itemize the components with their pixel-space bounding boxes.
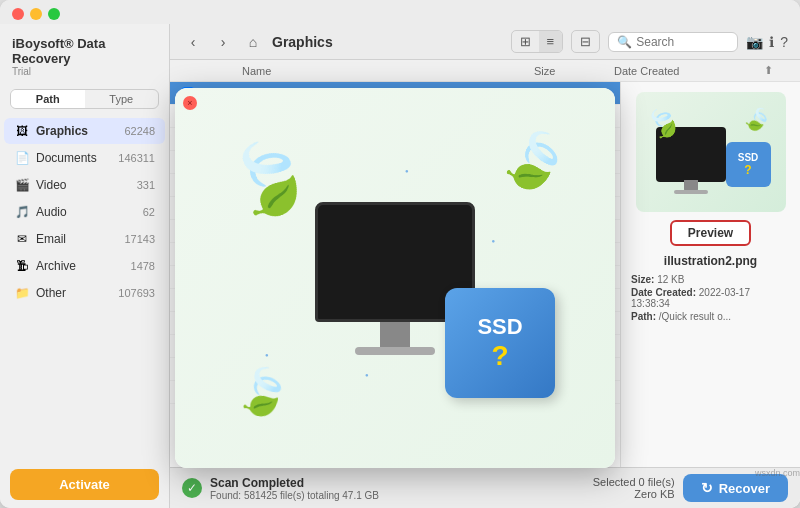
search-input[interactable] [636,35,736,49]
email-icon: ✉ [14,231,30,247]
audio-icon: 🎵 [14,204,30,220]
ssd-question-icon: ? [744,163,751,177]
sidebar-item-documents[interactable]: 📄 Documents 146311 [4,145,165,171]
file-path-row: Path: /Quick result o... [631,311,790,322]
sidebar-item-label: Other [36,286,118,300]
date-label: Date Created: [631,287,696,298]
sidebar-item-other[interactable]: 📁 Other 107693 [4,280,165,306]
help-button[interactable]: ? [780,34,788,50]
dot-4: ● [265,352,269,358]
info-button[interactable]: ℹ [769,34,774,50]
search-box: 🔍 [608,32,738,52]
selected-info: Selected 0 file(s) Zero KB [593,476,675,500]
video-icon: 🎬 [14,177,30,193]
scan-complete-icon: ✓ [182,478,202,498]
path-value: /Quick result o... [659,311,731,322]
maximize-button[interactable] [48,8,60,20]
dot-5: ● [365,372,369,378]
sidebar-item-list: 🖼 Graphics 62248 📄 Documents 146311 🎬 Vi… [0,117,169,461]
header-action: ⬆ [764,64,788,77]
recover-icon: ↻ [701,480,713,496]
close-button[interactable] [12,8,24,20]
app-trial: Trial [12,66,157,77]
size-label: Size: [631,274,654,285]
list-view-button[interactable]: ≡ [539,31,563,52]
overlay-content: ● ● ● ● ● 🍃 🍃 🍃 S [175,88,615,468]
sidebar-header: iBoysoft® Data Recovery Trial [0,24,169,81]
sidebar-item-label: Documents [36,151,118,165]
ssd-badge: SSD ? [726,142,771,187]
file-list-header: Name Size Date Created ⬆ [170,60,800,82]
big-illustration: ● ● ● ● ● 🍃 🍃 🍃 S [205,118,585,438]
header-size[interactable]: Size [534,65,614,77]
other-icon: 📁 [14,285,30,301]
tab-path[interactable]: Path [11,90,85,108]
toolbar: ‹ › ⌂ Graphics ⊞ ≡ ⊟ 🔍 📷 ℹ ? [170,24,800,60]
close-icon: × [187,98,192,108]
big-leaf-right-icon: 🍃 [490,116,580,204]
sidebar-item-audio[interactable]: 🎵 Audio 62 [4,199,165,225]
big-ssd-question-icon: ? [491,340,508,372]
sidebar-item-label: Video [36,178,137,192]
camera-button[interactable]: 📷 [746,34,763,50]
minimize-button[interactable] [30,8,42,20]
big-ssd-label: SSD [477,314,522,340]
archive-icon: 🗜 [14,258,30,274]
watermark: wsxdn.com [755,468,800,478]
file-date-row: Date Created: 2022-03-17 13:38:34 [631,287,790,309]
grid-view-button[interactable]: ⊞ [512,31,539,52]
imac-base [674,190,708,194]
header-date[interactable]: Date Created [614,65,764,77]
home-button[interactable]: ⌂ [242,31,264,53]
sidebar-item-email[interactable]: ✉ Email 17143 [4,226,165,252]
scan-detail: Found: 581425 file(s) totaling 47.1 GB [210,490,585,501]
sidebar: iBoysoft® Data Recovery Trial Path Type … [0,24,170,508]
breadcrumb: Graphics [272,34,333,50]
sidebar-item-label: Archive [36,259,131,273]
big-ssd: SSD ? [445,288,555,398]
recover-button[interactable]: ↻ Recover [683,474,788,502]
sidebar-item-graphics[interactable]: 🖼 Graphics 62248 [4,118,165,144]
forward-button[interactable]: › [212,31,234,53]
sidebar-item-count: 146311 [118,152,155,164]
sidebar-item-count: 107693 [118,287,155,299]
back-button[interactable]: ‹ [182,31,204,53]
sidebar-tab-group: Path Type [10,89,159,109]
sidebar-item-count: 62248 [124,125,155,137]
sidebar-item-count: 331 [137,179,155,191]
sidebar-item-count: 17143 [124,233,155,245]
preview-button[interactable]: Preview [670,220,751,246]
leaf-right-icon: 🍃 [739,102,775,138]
toolbar-icons: 📷 ℹ ? [746,34,788,50]
selected-count: Selected 0 file(s) [593,476,675,488]
selected-size: Zero KB [593,488,675,500]
big-stand [380,322,410,347]
file-info-name: illustration2.png [664,254,757,268]
sidebar-item-label: Audio [36,205,143,219]
overlay-close-button[interactable]: × [183,96,197,110]
status-text: Scan Completed Found: 581425 file(s) tot… [210,476,585,501]
export-icon: ⬆ [764,64,773,76]
big-leaf-bottom-icon: 🍃 [231,361,295,423]
recover-label: Recover [719,481,770,496]
tab-type[interactable]: Type [85,90,159,108]
sidebar-item-label: Graphics [36,124,124,138]
activate-button[interactable]: Activate [10,469,159,500]
filter-button[interactable]: ⊟ [571,30,600,53]
scan-complete-label: Scan Completed [210,476,585,490]
graphics-icon: 🖼 [14,123,30,139]
size-value: 12 KB [657,274,684,285]
big-leaf-left-icon: 🍃 [214,126,324,233]
app-title: iBoysoft® Data Recovery [12,36,157,66]
status-bar: ✓ Scan Completed Found: 581425 file(s) t… [170,467,800,508]
header-name[interactable]: Name [242,65,534,77]
search-icon: 🔍 [617,35,632,49]
ssd-label: SSD [738,152,759,163]
documents-icon: 📄 [14,150,30,166]
sidebar-item-video[interactable]: 🎬 Video 331 [4,172,165,198]
path-label: Path: [631,311,656,322]
sidebar-item-archive[interactable]: 🗜 Archive 1478 [4,253,165,279]
file-size-row: Size: 12 KB [631,274,790,285]
dot-2: ● [405,168,409,174]
sidebar-item-label: Email [36,232,124,246]
